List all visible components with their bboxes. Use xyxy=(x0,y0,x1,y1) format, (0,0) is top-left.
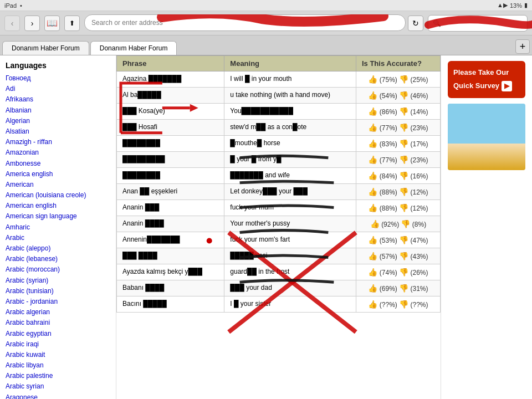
sidebar-item[interactable]: Говноед xyxy=(6,73,110,84)
table-row: ███ Hosafi stew'd m██ as a con█ote 👍 (77… xyxy=(117,120,441,136)
back-button[interactable]: ‹ xyxy=(4,16,20,31)
sidebar-item[interactable]: American xyxy=(6,180,110,190)
thumbup-icon[interactable]: 👍 xyxy=(368,187,377,196)
sidebar-item[interactable]: Arabic (moroccan) xyxy=(6,264,110,275)
thumbup-icon[interactable]: 👍 xyxy=(368,155,377,164)
cell-accurate[interactable]: 👍 (77%) 👎 (23%) xyxy=(356,152,440,168)
share-button[interactable]: ⬆ xyxy=(64,16,80,31)
forward-button[interactable]: › xyxy=(24,16,40,31)
table-row: █████████ █ your █ from y█ 👍 (77%) 👎 (23… xyxy=(117,152,441,168)
cell-accurate[interactable]: 👍 (88%) 👎 (12%) xyxy=(356,200,440,216)
cell-accurate[interactable]: 👍 (57%) 👎 (43%) xyxy=(356,248,440,264)
sidebar-item[interactable]: Amharic xyxy=(6,222,110,233)
ipad-label: iPad xyxy=(4,2,17,9)
sidebar-item[interactable]: Amazonian xyxy=(6,147,110,158)
thumbup-icon[interactable]: 👍 xyxy=(368,123,377,132)
sidebar-item[interactable]: Arabic libyan xyxy=(6,360,110,371)
cell-accurate[interactable]: 👍 (86%) 👎 (14%) xyxy=(356,104,440,120)
sidebar-item[interactable]: Arabic syrian xyxy=(6,381,110,392)
cell-meaning: u take nothing (with a hand move) xyxy=(224,88,356,104)
sidebar-item[interactable]: American (louisiana creole) xyxy=(6,190,110,201)
cell-meaning: I █ your sister xyxy=(224,296,356,313)
sidebar: Languages ГовноедAdiAfrikaansAlbanianAlg… xyxy=(0,55,116,399)
tab-1[interactable]: Donanım Haber Forum xyxy=(2,41,89,55)
thumbup-icon[interactable]: 👍 xyxy=(368,171,377,180)
sidebar-item[interactable]: Albanian xyxy=(6,105,110,116)
cell-accurate[interactable]: 👍 (69%) 👎 (31%) xyxy=(356,280,440,296)
sidebar-item[interactable]: Arabic xyxy=(6,233,110,243)
thumbdown-icon[interactable]: 👎 xyxy=(399,139,408,148)
cell-accurate[interactable]: 👍 (75%) 👎 (25%) xyxy=(356,71,440,88)
phrase-table-container: Phrase Meaning Is This Accurate? Agazina… xyxy=(116,55,441,313)
thumbdown-icon[interactable]: 👎 xyxy=(399,171,408,180)
sidebar-item[interactable]: Arabic iraqi xyxy=(6,339,110,350)
thumbdown-icon[interactable]: 👎 xyxy=(399,155,408,164)
sidebar-item[interactable]: Arabic palestine xyxy=(6,371,110,381)
cell-accurate[interactable]: 👍 (74%) 👎 (26%) xyxy=(356,264,440,280)
cell-phrase: Ananin ███ xyxy=(117,200,224,216)
sidebar-item[interactable]: Arabic algerian xyxy=(6,307,110,318)
thumbdown-icon[interactable]: 👎 xyxy=(399,236,408,244)
sidebar-item[interactable]: Adi xyxy=(6,84,110,94)
cell-phrase: Babanı ████ xyxy=(117,280,224,296)
sidebar-item[interactable]: American english xyxy=(6,201,110,211)
cell-accurate[interactable]: 👍 (54%) 👎 (46%) xyxy=(356,88,440,104)
thumbup-icon[interactable]: 👍 xyxy=(368,107,377,116)
cell-accurate[interactable]: 👍 (83%) 👎 (17%) xyxy=(356,136,440,152)
cell-accurate[interactable]: 👍 (53%) 👎 (47%) xyxy=(356,232,440,248)
cell-accurate[interactable]: 👍 (??%) 👎 (??%) xyxy=(356,296,440,313)
down-pct: (23%) xyxy=(411,156,428,164)
thumbup-icon[interactable]: 👍 xyxy=(368,252,377,260)
thumbdown-icon[interactable]: 👎 xyxy=(399,252,408,260)
cell-accurate[interactable]: 👍 (88%) 👎 (12%) xyxy=(356,184,440,200)
bookmarks-button[interactable]: 📖 xyxy=(44,16,60,31)
thumbdown-icon[interactable]: 👎 xyxy=(399,123,408,132)
thumbup-icon[interactable]: 👍 xyxy=(370,219,380,228)
sidebar-item[interactable]: Amazigh - riffan xyxy=(6,137,110,147)
sidebar-item[interactable]: Arabic kuwait xyxy=(6,350,110,360)
cell-accurate[interactable]: 👍 (84%) 👎 (16%) xyxy=(356,168,440,184)
thumbdown-icon[interactable]: 👎 xyxy=(399,91,408,100)
sidebar-item[interactable]: Arabic (tunisian) xyxy=(6,286,110,296)
thumbup-icon[interactable]: 👍 xyxy=(368,236,377,244)
up-pct: (88%) xyxy=(380,188,397,196)
cell-accurate[interactable]: 👍 (92%) 👎 (8%) xyxy=(356,216,440,232)
thumbup-icon[interactable]: 👍 xyxy=(368,91,377,100)
sidebar-item[interactable]: Arabic bahraini xyxy=(6,318,110,328)
sidebar-item[interactable]: Arabic (lebanese) xyxy=(6,254,110,264)
sidebar-item[interactable]: Aragonese xyxy=(6,392,110,399)
sidebar-item[interactable]: Afrikaans xyxy=(6,94,110,105)
thumbup-icon[interactable]: 👍 xyxy=(368,300,377,309)
sidebar-item[interactable]: Arabic (aleppo) xyxy=(6,243,110,254)
sidebar-item[interactable]: Ambonesse xyxy=(6,158,110,169)
sidebar-item[interactable]: Alsatian xyxy=(6,126,110,137)
cell-phrase: Annenin███████ xyxy=(117,232,224,248)
cell-accurate[interactable]: 👍 (77%) 👎 (23%) xyxy=(356,120,440,136)
thumbup-icon[interactable]: 👍 xyxy=(368,203,377,212)
col-meaning: Meaning xyxy=(224,56,356,71)
sidebar-item[interactable]: American sign language xyxy=(6,211,110,222)
new-tab-button[interactable]: + xyxy=(515,39,530,54)
sidebar-item[interactable]: Arabic egyptian xyxy=(6,329,110,339)
thumbdown-icon[interactable]: 👎 xyxy=(399,107,408,116)
thumbdown-icon[interactable]: 👎 xyxy=(399,300,408,309)
sidebar-item[interactable]: Algerian xyxy=(6,116,110,126)
reload-button[interactable]: ↻ xyxy=(408,16,423,31)
cell-phrase: Ayazda kalmış bekçi y███ xyxy=(117,264,224,280)
sidebar-item[interactable]: Arabic (syrian) xyxy=(6,275,110,286)
sidebar-item[interactable]: Arabic - jordanian xyxy=(6,296,110,307)
thumbup-icon[interactable]: 👍 xyxy=(368,284,377,293)
thumbdown-icon[interactable]: 👎 xyxy=(399,203,408,212)
sidebar-item[interactable]: America english xyxy=(6,169,110,180)
thumbdown-icon[interactable]: 👎 xyxy=(399,75,408,84)
thumbup-icon[interactable]: 👍 xyxy=(368,139,377,148)
thumbdown-icon[interactable]: 👎 xyxy=(401,219,410,228)
tab-2[interactable]: Donanım Haber Forum xyxy=(90,41,177,55)
survey-ad[interactable]: Please Take Our Quick Survey ▶ xyxy=(448,61,525,98)
thumbup-icon[interactable]: 👍 xyxy=(368,75,377,84)
thumbdown-icon[interactable]: 👎 xyxy=(399,187,408,196)
thumbup-icon[interactable]: 👍 xyxy=(368,268,377,277)
thumbdown-icon[interactable]: 👎 xyxy=(399,284,408,293)
url-input[interactable] xyxy=(84,14,406,31)
thumbdown-icon[interactable]: 👎 xyxy=(399,268,408,277)
